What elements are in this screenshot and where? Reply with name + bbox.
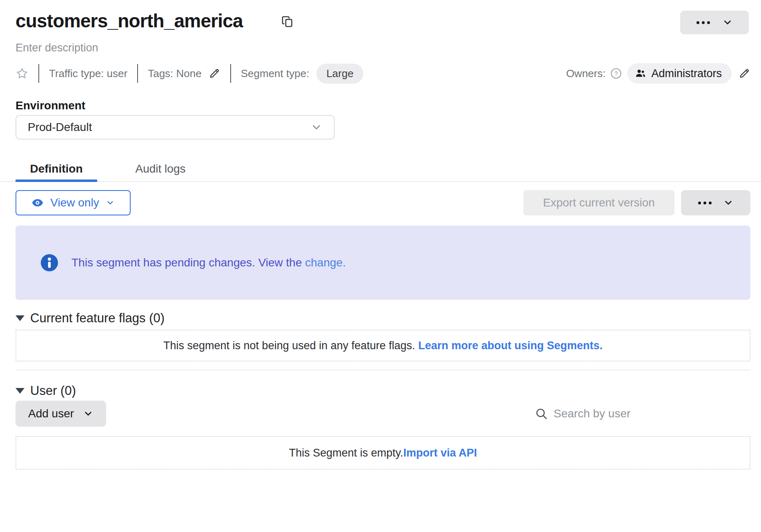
- collapse-triangle-icon[interactable]: [16, 315, 24, 321]
- meta-divider: [38, 64, 39, 83]
- favorite-star-icon[interactable]: [16, 67, 29, 80]
- segment-detail-page: customers_north_america Enter descriptio…: [0, 0, 761, 532]
- add-user-label: Add user: [28, 407, 74, 420]
- import-via-api-link[interactable]: Import via API: [403, 447, 477, 459]
- tab-audit-logs[interactable]: Audit logs: [111, 158, 209, 180]
- environment-selected-value: Prod-Default: [28, 121, 310, 134]
- chevron-down-icon: [106, 198, 115, 207]
- view-only-button[interactable]: View only: [16, 190, 131, 215]
- tab-bar: Definition Audit logs: [16, 158, 209, 180]
- meta-divider: [230, 64, 231, 83]
- edit-tags-icon[interactable]: [208, 67, 220, 80]
- feature-flags-section-title: Current feature flags (0): [30, 311, 165, 326]
- owners-label: Owners:: [566, 67, 606, 80]
- segment-type-badge: Large: [316, 64, 363, 84]
- environment-label: Environment: [16, 99, 85, 112]
- learn-more-segments-link[interactable]: Learn more about using Segments.: [418, 339, 603, 352]
- feature-flags-section-header: Current feature flags (0): [16, 311, 165, 326]
- user-section-title: User (0): [30, 383, 76, 398]
- tab-bar-divider: [0, 181, 761, 182]
- ellipsis-icon: [698, 202, 712, 204]
- search-by-user-input[interactable]: [554, 407, 676, 420]
- environment-select[interactable]: Prod-Default: [16, 115, 335, 140]
- owners-badge: Administrators: [627, 63, 732, 84]
- users-empty-state: This Segment is empty.Import via API: [16, 436, 750, 470]
- tab-definition[interactable]: Definition: [16, 158, 97, 180]
- segment-meta-row: Traffic type: user Tags: None Segment ty…: [16, 61, 750, 86]
- collapse-triangle-icon[interactable]: [16, 388, 24, 394]
- owners-value: Administrators: [651, 67, 722, 80]
- user-search: [535, 407, 676, 420]
- active-tab-indicator: [16, 180, 97, 182]
- ellipsis-icon: [696, 21, 710, 24]
- page-title: customers_north_america: [16, 10, 243, 32]
- info-icon: [40, 253, 59, 272]
- chevron-down-icon: [310, 121, 323, 133]
- pending-changes-banner: This segment has pending changes. View t…: [16, 226, 750, 300]
- eye-icon: [31, 197, 44, 209]
- view-only-label: View only: [50, 196, 99, 209]
- definition-more-actions-button[interactable]: [681, 190, 750, 215]
- add-user-button[interactable]: Add user: [16, 401, 106, 427]
- view-change-link[interactable]: change.: [305, 256, 346, 269]
- search-icon: [535, 407, 548, 420]
- section-divider: [16, 370, 750, 370]
- header-more-actions-button[interactable]: [680, 11, 749, 34]
- edit-owners-icon[interactable]: [738, 67, 750, 80]
- feature-flags-empty-state: This segment is not being used in any fe…: [16, 330, 750, 361]
- help-question-icon[interactable]: ?: [610, 68, 622, 79]
- users-empty-text: This Segment is empty.: [289, 447, 403, 459]
- svg-text:?: ?: [614, 70, 618, 77]
- user-section-header: User (0): [16, 383, 76, 398]
- export-current-version-button[interactable]: Export current version: [523, 190, 674, 215]
- feature-flags-empty-text: This segment is not being used in any fe…: [163, 339, 418, 352]
- owners-group: Owners: ? Administrators: [566, 61, 750, 86]
- chevron-down-icon: [722, 17, 733, 28]
- banner-message: This segment has pending changes. View t…: [71, 256, 305, 269]
- chevron-down-icon: [83, 408, 93, 419]
- people-icon: [635, 68, 646, 79]
- tags-label: Tags: None: [148, 67, 202, 80]
- chevron-down-icon: [723, 197, 734, 208]
- traffic-type-label: Traffic type: user: [49, 67, 127, 80]
- meta-divider: [137, 64, 138, 83]
- segment-type-label: Segment type:: [241, 67, 309, 80]
- copy-name-icon[interactable]: [281, 15, 294, 29]
- description-field[interactable]: Enter description: [16, 42, 98, 54]
